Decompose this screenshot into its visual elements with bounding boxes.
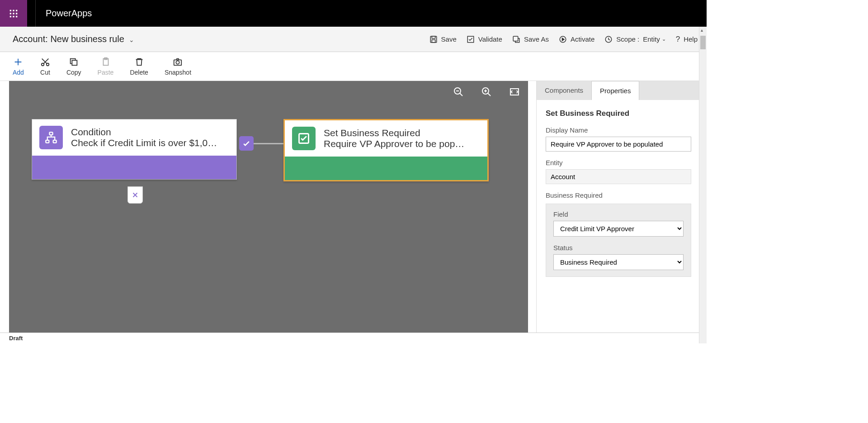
svg-point-22 xyxy=(176,61,179,64)
condition-node[interactable]: Condition Check if Credit Limit is over … xyxy=(32,119,237,180)
save-label: Save xyxy=(441,35,457,43)
save-icon xyxy=(429,35,438,43)
help-label: Help xyxy=(684,35,698,43)
add-label: Add xyxy=(13,69,24,76)
header-divider xyxy=(35,0,36,27)
display-name-label: Display Name xyxy=(546,126,691,134)
panel-tabs: Components Properties xyxy=(537,81,700,100)
status-label: Status xyxy=(553,244,684,252)
business-required-section: Field Credit Limit VP Approver Status Bu… xyxy=(546,204,691,277)
delete-button[interactable]: Delete xyxy=(130,57,148,76)
zoom-out-icon xyxy=(453,86,464,97)
rule-title-dropdown[interactable]: Account: New business rule ⌄ xyxy=(13,34,134,44)
help-icon: ? xyxy=(676,35,680,44)
condition-icon xyxy=(39,126,63,149)
delete-label: Delete xyxy=(130,69,148,76)
zoom-in-icon xyxy=(481,86,492,97)
scroll-up-arrow[interactable]: ▴ xyxy=(701,28,703,33)
toolbar: Add Cut Copy Paste Delete Snapshot xyxy=(0,52,707,81)
scope-value: Entity xyxy=(643,35,660,43)
plus-icon xyxy=(13,57,23,67)
connector-line xyxy=(254,143,283,144)
status-bar: Draft xyxy=(0,333,707,343)
camera-icon xyxy=(173,57,183,67)
condition-title: Condition xyxy=(71,127,217,138)
condition-subtitle: Check if Credit Limit is over $1,0… xyxy=(71,138,217,148)
action-node[interactable]: Set Business Required Require VP Approve… xyxy=(283,119,489,181)
svg-rect-10 xyxy=(432,36,435,38)
trash-icon xyxy=(134,57,144,67)
true-branch-badge[interactable] xyxy=(239,136,254,151)
add-button[interactable]: Add xyxy=(13,57,24,76)
snapshot-label: Snapshot xyxy=(165,69,191,76)
svg-rect-0 xyxy=(10,10,11,11)
svg-rect-13 xyxy=(513,36,518,41)
scope-icon xyxy=(604,35,613,43)
set-required-icon xyxy=(292,127,316,150)
status-select[interactable]: Business Required xyxy=(553,254,684,270)
fit-screen-button[interactable] xyxy=(509,86,520,99)
scope-dropdown[interactable]: Scope : Entity ⌄ xyxy=(604,35,665,43)
paste-button[interactable]: Paste xyxy=(98,57,114,76)
paste-label: Paste xyxy=(98,69,114,76)
designer-canvas[interactable]: Condition Check if Credit Limit is over … xyxy=(9,81,528,333)
rule-header-bar: Account: New business rule ⌄ Save Valida… xyxy=(0,27,707,52)
action-node-header: Set Business Required Require VP Approve… xyxy=(285,120,487,157)
entity-input xyxy=(546,169,691,184)
svg-rect-8 xyxy=(16,16,17,17)
main-area: Condition Check if Credit Limit is over … xyxy=(0,81,707,333)
app-launcher-button[interactable] xyxy=(0,0,27,27)
app-title: PowerApps xyxy=(46,8,92,19)
validate-label: Validate xyxy=(478,35,502,43)
properties-tab[interactable]: Properties xyxy=(591,81,639,100)
activate-icon xyxy=(559,35,567,43)
activate-button[interactable]: Activate xyxy=(559,35,594,43)
svg-rect-26 xyxy=(50,132,53,135)
x-icon xyxy=(131,191,139,199)
canvas-wrap: Condition Check if Credit Limit is over … xyxy=(0,81,536,333)
svg-rect-1 xyxy=(13,10,14,11)
cut-label: Cut xyxy=(40,69,50,76)
svg-rect-11 xyxy=(432,39,435,42)
business-required-section-label: Business Required xyxy=(546,191,691,199)
entity-label: Entity xyxy=(546,159,691,166)
chevron-down-icon: ⌄ xyxy=(662,36,666,42)
app-header: PowerApps xyxy=(0,0,707,27)
false-branch-badge[interactable] xyxy=(127,186,143,204)
svg-rect-28 xyxy=(53,140,57,143)
zoom-in-button[interactable] xyxy=(481,86,492,99)
save-as-button[interactable]: Save As xyxy=(512,35,549,43)
check-icon xyxy=(242,139,251,148)
svg-rect-4 xyxy=(13,13,14,14)
validate-button[interactable]: Validate xyxy=(467,35,502,43)
copy-button[interactable]: Copy xyxy=(66,57,81,76)
field-select[interactable]: Credit Limit VP Approver xyxy=(553,221,684,237)
paste-icon xyxy=(101,57,111,67)
action-subtitle: Require VP Approver to be pop… xyxy=(324,138,464,149)
field-label: Field xyxy=(553,210,684,218)
cut-button[interactable]: Cut xyxy=(40,57,50,76)
action-footer xyxy=(285,157,487,180)
properties-body: Set Business Required Display Name Entit… xyxy=(537,100,700,286)
help-button[interactable]: ? Help xyxy=(676,35,698,44)
svg-rect-6 xyxy=(10,16,11,17)
display-name-input[interactable] xyxy=(546,137,691,152)
svg-rect-7 xyxy=(13,16,14,17)
scrollbar-thumb[interactable] xyxy=(700,36,706,49)
svg-rect-27 xyxy=(46,140,49,143)
vertical-scrollbar[interactable]: ▴ xyxy=(699,27,707,343)
svg-rect-2 xyxy=(16,10,17,11)
chevron-down-icon: ⌄ xyxy=(129,36,134,43)
zoom-out-button[interactable] xyxy=(453,86,464,99)
scissors-icon xyxy=(40,57,50,67)
snapshot-button[interactable]: Snapshot xyxy=(165,57,191,76)
save-as-label: Save As xyxy=(524,35,549,43)
svg-rect-5 xyxy=(16,13,17,14)
save-button[interactable]: Save xyxy=(429,35,457,43)
fit-screen-icon xyxy=(509,86,520,97)
svg-rect-18 xyxy=(72,60,77,65)
components-tab[interactable]: Components xyxy=(537,81,591,100)
copy-label: Copy xyxy=(66,69,81,76)
activate-label: Activate xyxy=(571,35,594,43)
validate-icon xyxy=(467,35,475,43)
